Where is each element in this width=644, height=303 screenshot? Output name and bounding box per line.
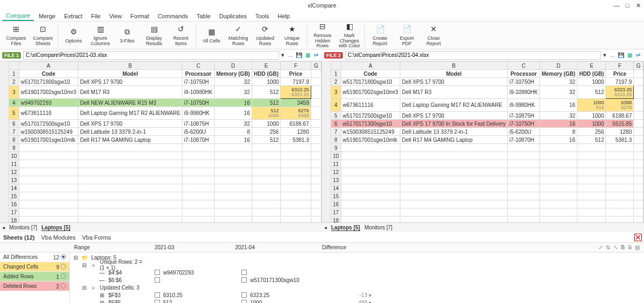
grid-cell[interactable]: 1000 <box>577 112 606 120</box>
grid-cell[interactable] <box>182 160 215 168</box>
grid-cell[interactable]: 6310.256323.25 <box>281 86 311 99</box>
tree-toggle-icon[interactable]: ⊟ <box>82 285 87 291</box>
grid-cell[interactable]: 32 <box>214 120 252 128</box>
grid-cell[interactable]: Dell Laptop Gaming M17 R2 ALIENWARE <box>400 99 507 112</box>
grid-cell[interactable] <box>634 200 643 208</box>
row-header[interactable]: 12 <box>331 168 341 176</box>
ribbon-compare-files[interactable]: ⊞CompareFiles <box>3 24 29 47</box>
column-header[interactable]: C <box>508 62 540 70</box>
row-header[interactable]: 8 <box>331 136 341 144</box>
grid-cell[interactable] <box>214 217 252 223</box>
grid-cell[interactable] <box>281 168 311 176</box>
right-grid[interactable]: ABCDEFG1CodeModelProcessorMemory (GB)HDD… <box>322 61 644 222</box>
grid-cell[interactable] <box>311 217 321 223</box>
grid-icon[interactable]: ▦ <box>304 52 311 59</box>
row-header[interactable]: 16 <box>9 200 19 208</box>
row-header[interactable]: 2 <box>9 78 19 86</box>
grid-cell[interactable] <box>634 152 643 160</box>
row-header[interactable]: 8 <box>9 136 19 144</box>
ribbon-mark-changes-with-color[interactable]: ◧Mark Changeswith Color <box>336 21 362 49</box>
grid-cell[interactable]: 1280 <box>281 128 311 136</box>
summary-row[interactable]: Changed Cells9 <box>0 262 69 272</box>
summary-row[interactable]: All Differences12 <box>0 252 69 262</box>
grid-cell[interactable] <box>214 168 252 176</box>
grid-cell[interactable] <box>19 184 78 192</box>
grid-cell[interactable]: 1280 <box>606 128 634 136</box>
grid-cell[interactable] <box>606 152 634 160</box>
grid-cell[interactable] <box>19 217 78 223</box>
grid-cell[interactable] <box>400 217 507 223</box>
grid-cell[interactable] <box>400 200 507 208</box>
row-header[interactable]: 5 <box>331 112 341 120</box>
file2-path-input[interactable] <box>345 51 601 60</box>
grid-cell[interactable] <box>508 168 540 176</box>
checkbox[interactable] <box>241 300 247 303</box>
menu-view[interactable]: View <box>105 12 126 20</box>
column-header[interactable]: F <box>606 62 634 70</box>
close-panel-button[interactable]: ✕ <box>634 234 642 241</box>
menu-extract[interactable]: Extract <box>60 12 86 20</box>
grid-cell[interactable]: 16 <box>214 136 252 144</box>
grid-cell[interactable] <box>19 160 78 168</box>
tree-toggle-icon[interactable]: ⊟ <box>73 255 78 261</box>
grid-cell[interactable] <box>634 192 643 200</box>
grid-cell[interactable] <box>540 217 577 223</box>
bold-icon[interactable]: B <box>621 244 625 250</box>
grid-cell[interactable] <box>508 176 540 184</box>
grid-cell[interactable]: 5515.85 <box>606 120 634 128</box>
grid-cell[interactable]: 1000512 <box>577 99 606 112</box>
grid-cell[interactable]: i7-10875H <box>508 112 540 120</box>
corner-cell[interactable] <box>9 62 19 70</box>
grid-cell[interactable] <box>252 217 281 223</box>
menu-table[interactable]: Table <box>193 12 214 20</box>
grid-cell[interactable] <box>400 184 507 192</box>
grid-cell[interactable]: w519017002sgw10mr3 <box>341 86 400 99</box>
grid-cell[interactable] <box>540 184 577 192</box>
more-icon[interactable]: … <box>287 52 294 59</box>
grid-cell[interactable] <box>281 176 311 184</box>
grid-cell[interactable]: 512 <box>252 99 281 107</box>
tree-row[interactable]: ⊟⟐Updated Cells: 3 <box>73 284 641 291</box>
row-header[interactable]: 13 <box>9 176 19 184</box>
grid-cell[interactable]: 6188.67 <box>281 120 311 128</box>
grid-cell[interactable] <box>252 208 281 217</box>
grid-cell[interactable] <box>214 152 252 160</box>
grid-cell[interactable]: 63986276 <box>606 99 634 112</box>
grid-cell[interactable] <box>214 144 252 152</box>
grid-cell[interactable] <box>252 184 281 192</box>
grid-cell[interactable] <box>634 160 643 168</box>
grid-header-cell[interactable]: Memory (GB) <box>214 70 252 78</box>
grid-cell[interactable] <box>577 184 606 192</box>
grid-cell[interactable] <box>508 184 540 192</box>
menu-compare[interactable]: Compare <box>2 11 34 21</box>
grid-cell[interactable]: w949702293 <box>19 99 78 107</box>
grid-cell[interactable] <box>400 192 507 200</box>
grid-cell[interactable] <box>78 217 182 223</box>
grid-cell[interactable] <box>19 176 78 184</box>
grid-cell[interactable]: Dell Latitude 13 3379 2-in-1 <box>400 128 507 136</box>
menu-help[interactable]: Help <box>274 12 294 20</box>
column-header[interactable]: G <box>634 62 643 70</box>
grid-cell[interactable] <box>577 217 606 223</box>
grid-cell[interactable] <box>311 144 321 152</box>
grid-cell[interactable] <box>281 217 311 223</box>
grid-cell[interactable] <box>606 192 634 200</box>
grid-cell[interactable]: i9-10980HK <box>182 86 215 99</box>
grid-cell[interactable] <box>19 208 78 217</box>
grid-cell[interactable] <box>78 192 182 200</box>
grid-cell[interactable]: Dell XPS 17 9700 <box>400 112 507 120</box>
row-header[interactable]: 5 <box>9 107 19 120</box>
grid-cell[interactable] <box>182 184 215 192</box>
grid-cell[interactable]: 5381.3 <box>281 136 311 144</box>
summary-panel[interactable]: All Differences12 Changed Cells9 Added R… <box>0 252 70 303</box>
checkbox[interactable] <box>155 300 160 303</box>
grid-cell[interactable] <box>182 208 215 217</box>
grid-cell[interactable]: 16 <box>540 120 577 128</box>
sheet-tab[interactable]: Monitors [7] <box>9 225 37 230</box>
sheet-tab[interactable]: Monitors [7] <box>364 225 392 230</box>
grid-cell[interactable] <box>508 144 540 152</box>
grid-cell[interactable]: 512 <box>252 86 281 99</box>
grid-cell[interactable] <box>281 200 311 208</box>
dropdown-icon[interactable]: ▾ <box>603 52 606 59</box>
grid-cell[interactable]: 6188.67 <box>606 112 634 120</box>
